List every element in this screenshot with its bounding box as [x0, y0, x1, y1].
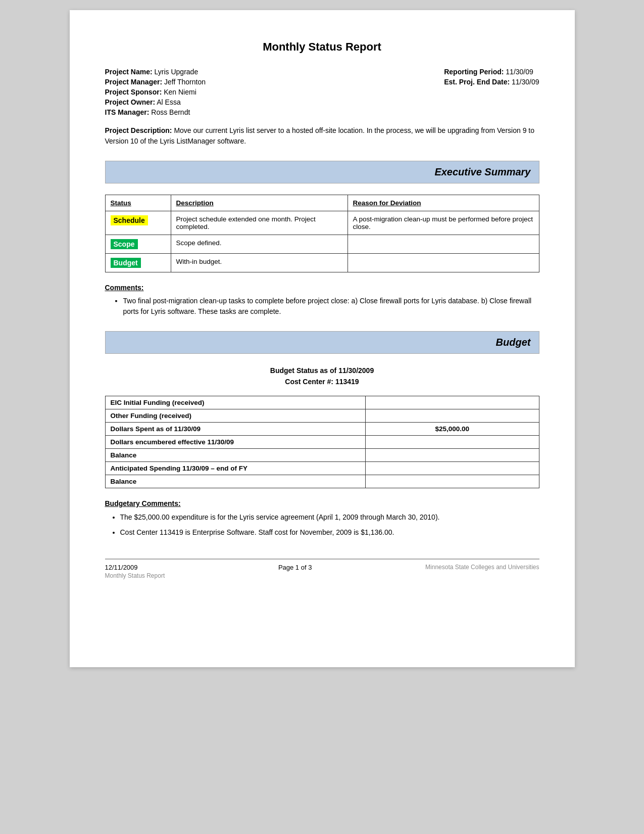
meta-project-name-label: Project Name:	[105, 68, 153, 76]
meta-end-date-label: Est. Proj. End Date:	[444, 78, 510, 86]
footer-date: 12/11/2009	[105, 564, 165, 571]
meta-project-sponsor: Project Sponsor: Ken Niemi	[105, 88, 206, 96]
table-row: Scope Scope defined.	[105, 235, 539, 254]
budget-row-value-4	[365, 448, 539, 461]
project-description-label: Project Description:	[105, 126, 172, 134]
budget-row-value-2: $25,000.00	[365, 422, 539, 435]
budget-status-line2: Cost Center #: 113419	[105, 376, 539, 387]
budget-status-title: Budget Status as of 11/30/2009 Cost Cent…	[105, 365, 539, 388]
budget-row-value-5	[365, 461, 539, 475]
footer: 12/11/2009 Monthly Status Report Page 1 …	[105, 559, 539, 579]
meta-project-manager: Project Manager: Jeff Thornton	[105, 78, 206, 86]
meta-project-manager-label: Project Manager:	[105, 78, 163, 86]
budget-row-label-3: Dollars encumbered effective 11/30/09	[105, 435, 365, 448]
status-cell-scope: Scope	[105, 235, 171, 254]
budget-row-label-2: Dollars Spent as of 11/30/09	[105, 422, 365, 435]
table-row: Schedule Project schedule extended one m…	[105, 211, 539, 235]
meta-end-date-value: 11/30/09	[512, 78, 539, 86]
description-cell-scope: Scope defined.	[171, 235, 348, 254]
table-row: Budget With-in budget.	[105, 254, 539, 272]
meta-project-manager-value: Jeff Thornton	[164, 78, 206, 86]
budget-row-label-6: Balance	[105, 475, 365, 488]
executive-summary-title: Executive Summary	[114, 166, 531, 178]
executive-summary-header: Executive Summary	[105, 161, 539, 183]
budget-row-label-4: Balance	[105, 448, 365, 461]
budget-row-label-1: Other Funding (received)	[105, 409, 365, 422]
page-title: Monthly Status Report	[105, 40, 539, 54]
reason-cell-scope	[348, 235, 539, 254]
list-item: The $25,000.00 expenditure is for the Ly…	[120, 512, 539, 523]
meta-its-manager-label: ITS Manager:	[105, 108, 150, 116]
meta-project-owner: Project Owner: Al Essa	[105, 98, 206, 106]
status-badge-scope: Scope	[111, 239, 138, 249]
footer-page: Page 1 of 3	[278, 564, 312, 571]
list-item: Cost Center 113419 is Enterprise Softwar…	[120, 527, 539, 538]
comments-list: Two final post-migration clean-up tasks …	[105, 296, 539, 317]
table-row: EIC Initial Funding (received)	[105, 396, 539, 409]
reason-cell-schedule: A post-migration clean-up must be perfor…	[348, 211, 539, 235]
status-badge-budget: Budget	[111, 258, 141, 268]
col-status: Status	[105, 195, 171, 211]
budget-row-value-1	[365, 409, 539, 422]
budget-row-label-0: EIC Initial Funding (received)	[105, 396, 365, 409]
meta-project-sponsor-label: Project Sponsor:	[105, 88, 162, 96]
table-row: Dollars Spent as of 11/30/09 $25,000.00	[105, 422, 539, 435]
description-cell-schedule: Project schedule extended one month. Pro…	[171, 211, 348, 235]
table-row: Dollars encumbered effective 11/30/09	[105, 435, 539, 448]
budget-status-line1: Budget Status as of 11/30/2009	[105, 365, 539, 376]
meta-project-owner-value: Al Essa	[157, 98, 180, 106]
table-row: Other Funding (received)	[105, 409, 539, 422]
list-item: Two final post-migration clean-up tasks …	[115, 296, 539, 317]
meta-project-name: Project Name: Lyris Upgrade	[105, 68, 206, 76]
col-reason: Reason for Deviation	[348, 195, 539, 211]
col-description: Description	[171, 195, 348, 211]
budget-row-value-3	[365, 435, 539, 448]
status-cell-budget: Budget	[105, 254, 171, 272]
budget-row-label-5: Anticipated Spending 11/30/09 – end of F…	[105, 461, 365, 475]
footer-left: 12/11/2009 Monthly Status Report	[105, 564, 165, 579]
meta-project-name-value: Lyris Upgrade	[155, 68, 199, 76]
meta-right: Reporting Period: 11/30/09 Est. Proj. En…	[444, 68, 539, 116]
status-cell-schedule: Schedule	[105, 211, 171, 235]
page: Monthly Status Report Project Name: Lyri…	[70, 10, 575, 667]
meta-end-date: Est. Proj. End Date: 11/30/09	[444, 78, 539, 86]
meta-reporting-period-label: Reporting Period:	[444, 68, 504, 76]
status-table: Status Description Reason for Deviation …	[105, 195, 539, 272]
budgetary-comments-label: Budgetary Comments:	[105, 499, 539, 507]
meta-left: Project Name: Lyris Upgrade Project Mana…	[105, 68, 206, 116]
comments-label: Comments:	[105, 284, 539, 292]
table-row: Balance	[105, 448, 539, 461]
budget-row-value-6	[365, 475, 539, 488]
meta-project-sponsor-value: Ken Niemi	[164, 88, 196, 96]
meta-its-manager: ITS Manager: Ross Berndt	[105, 108, 206, 116]
table-row: Anticipated Spending 11/30/09 – end of F…	[105, 461, 539, 475]
description-cell-budget: With-in budget.	[171, 254, 348, 272]
reason-cell-budget	[348, 254, 539, 272]
meta-its-manager-value: Ross Berndt	[151, 108, 190, 116]
comments-section: Comments: Two final post-migration clean…	[105, 284, 539, 317]
meta-project-owner-label: Project Owner:	[105, 98, 156, 106]
budget-header: Budget	[105, 331, 539, 354]
table-row: Balance	[105, 475, 539, 488]
meta-reporting-period-value: 11/30/09	[506, 68, 533, 76]
budget-table: EIC Initial Funding (received) Other Fun…	[105, 396, 539, 488]
project-description: Project Description: Move our current Ly…	[105, 125, 539, 147]
meta-section: Project Name: Lyris Upgrade Project Mana…	[105, 68, 539, 116]
footer-subtitle: Monthly Status Report	[105, 572, 165, 579]
budgetary-comments: Budgetary Comments: The $25,000.00 expen…	[105, 499, 539, 538]
budget-row-value-0	[365, 396, 539, 409]
budgetary-comments-list: The $25,000.00 expenditure is for the Ly…	[105, 512, 539, 538]
meta-reporting-period: Reporting Period: 11/30/09	[444, 68, 539, 76]
budget-title: Budget	[114, 337, 531, 348]
footer-organization: Minnesota State Colleges and Universitie…	[425, 564, 539, 571]
status-badge-schedule: Schedule	[111, 215, 148, 225]
